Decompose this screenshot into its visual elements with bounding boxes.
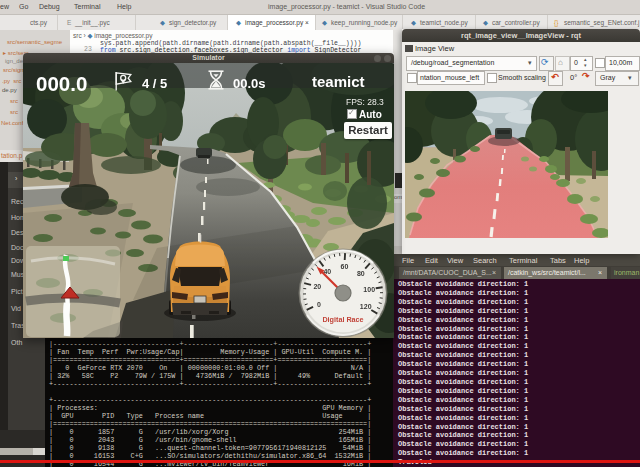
svg-text:0: 0 (317, 301, 321, 308)
svg-text:60: 60 (341, 263, 349, 270)
svg-text:100: 100 (363, 286, 375, 293)
svg-text:20: 20 (313, 283, 321, 290)
svg-text:Digital Race: Digital Race (322, 315, 363, 324)
svg-text:120: 120 (360, 303, 372, 310)
svg-text:80: 80 (357, 270, 365, 277)
